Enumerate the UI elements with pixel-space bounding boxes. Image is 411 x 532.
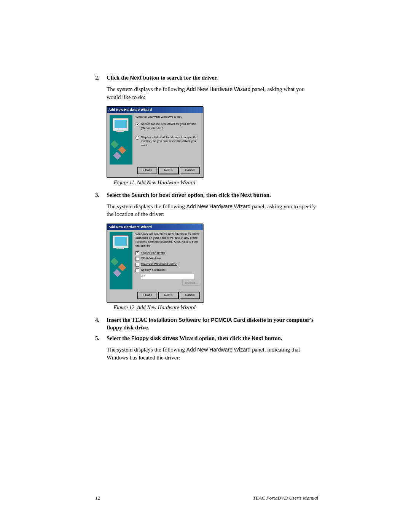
step-lead: Click the Next button to search for the …	[107, 75, 218, 81]
page-number: 12	[95, 495, 100, 502]
step-body: The system displays the following Add Ne…	[107, 346, 318, 361]
check-specify-location[interactable]: Specify a location:	[135, 267, 200, 273]
monitor-icon	[113, 118, 129, 131]
hardware-wizard-dialog-2: Add New Hardware Wizard Windows will sea…	[107, 224, 203, 302]
step-number: 4.	[95, 316, 99, 324]
step-body: The system displays the following Add Ne…	[107, 203, 318, 218]
browse-button: Browse...	[182, 280, 200, 286]
step-lead: Insert the TEAC Installation Software fo…	[107, 317, 314, 331]
step-4: 4. Insert the TEAC Installation Software…	[95, 316, 318, 332]
step-number: 3.	[95, 191, 99, 199]
instruction-list: 2. Click the Next button to search for t…	[95, 74, 318, 361]
hardware-wizard-dialog-1: Add New Hardware Wizard What do you want…	[107, 106, 203, 177]
step-3: 3. Select the Search for best driver opt…	[95, 191, 318, 312]
step-2: 2. Click the Next button to search for t…	[95, 74, 318, 187]
dialog-title: Add New Hardware Wizard	[107, 107, 203, 113]
radio-icon	[135, 136, 139, 140]
dialog-title: Add New Hardware Wizard	[107, 224, 203, 230]
dialog-prompt: Windows will search for new drivers in i…	[135, 232, 200, 248]
location-input[interactable]: A:\	[140, 274, 194, 279]
figure-11: Add New Hardware Wizard What do you want…	[107, 106, 318, 177]
check-windows-update[interactable]: Microsoft Windows Update	[135, 262, 200, 267]
step-lead: Select the Search for best driver option…	[107, 192, 271, 198]
next-button[interactable]: Next >	[159, 167, 178, 174]
checkbox-icon	[135, 257, 139, 261]
cancel-button[interactable]: Cancel	[180, 292, 200, 299]
radio-icon	[135, 123, 139, 126]
step-lead: Select the Floppy disk drives Wizard opt…	[107, 335, 282, 341]
figure-11-caption: Figure 11. Add New Hardware Wizard	[107, 179, 202, 187]
figure-12-caption: Figure 12. Add New Hardware Wizard	[107, 304, 202, 312]
back-button[interactable]: < Back	[137, 167, 157, 174]
cancel-button[interactable]: Cancel	[180, 167, 200, 174]
checkbox-icon	[135, 263, 139, 267]
next-button[interactable]: Next >	[159, 292, 178, 299]
monitor-icon	[113, 235, 129, 248]
check-floppy[interactable]: Floppy disk drives	[135, 250, 200, 256]
radio-search-best-driver[interactable]: Search for the best driver for your devi…	[135, 121, 200, 131]
step-body: The system displays the following Add Ne…	[107, 85, 318, 101]
manual-page: 2. Click the Next button to search for t…	[0, 0, 411, 532]
doc-title: TEAC PortaDVD User's Manual	[253, 495, 318, 502]
step-5: 5. Select the Floppy disk drives Wizard …	[95, 334, 318, 361]
wizard-sidebar-graphic	[110, 232, 132, 289]
wizard-sidebar-graphic	[110, 115, 132, 165]
checkbox-icon	[135, 251, 139, 255]
radio-display-list[interactable]: Display a list of all the drivers in a s…	[135, 134, 200, 149]
page-footer: 12 TEAC PortaDVD User's Manual	[95, 495, 318, 502]
back-button[interactable]: < Back	[137, 292, 157, 299]
figure-12: Add New Hardware Wizard Windows will sea…	[107, 224, 318, 302]
step-number: 2.	[95, 74, 99, 81]
dialog-prompt: What do you want Windows to do?	[135, 115, 200, 119]
checkbox-icon	[135, 268, 139, 272]
check-cdrom[interactable]: CD-ROM drive	[135, 256, 200, 262]
step-number: 5.	[95, 334, 99, 342]
